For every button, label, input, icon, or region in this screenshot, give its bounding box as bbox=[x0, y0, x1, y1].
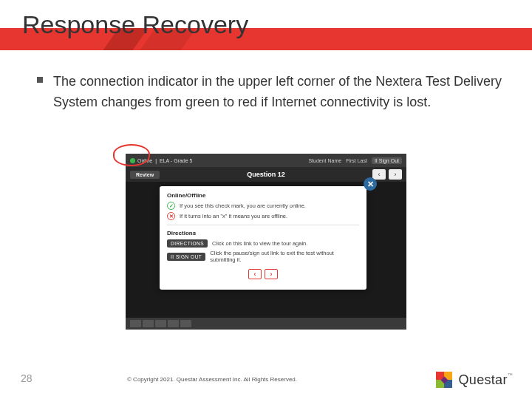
body-content: The connection indicator in the upper le… bbox=[37, 71, 502, 113]
tour-modal: Online/Offline ✓ If you see this check m… bbox=[160, 186, 366, 290]
page-number: 28 bbox=[21, 372, 33, 384]
pause-signout-button[interactable]: II SIGN OUT bbox=[167, 253, 205, 261]
sign-out-link[interactable]: II Sign Out bbox=[372, 157, 402, 164]
bullet-text: The connection indicator in the upper le… bbox=[53, 71, 502, 113]
modal-divider bbox=[167, 225, 359, 225]
modal-heading-online: Online/Offline bbox=[167, 192, 359, 199]
app-top-bar: Online | ELA - Grade 5 Student Name Firs… bbox=[126, 154, 406, 167]
student-name-label: Student Name bbox=[308, 158, 341, 163]
modal-nav: ‹ › bbox=[167, 269, 359, 279]
breadcrumb: ELA - Grade 5 bbox=[160, 158, 192, 163]
offline-desc: If it turns into an "x" it means you are… bbox=[180, 213, 287, 219]
prev-question-button[interactable]: ‹ bbox=[372, 169, 386, 180]
student-name-value: First Last bbox=[346, 158, 367, 163]
page-title: Response Recovery bbox=[22, 10, 248, 39]
next-question-button[interactable]: › bbox=[389, 169, 402, 180]
modal-next-button[interactable]: › bbox=[265, 269, 278, 279]
modal-heading-directions: Directions bbox=[167, 230, 359, 236]
separator: | bbox=[155, 158, 157, 163]
pause-desc: Click the pause/sign out link to exit th… bbox=[210, 250, 359, 263]
tool-button[interactable] bbox=[168, 320, 179, 327]
zoom-out-button[interactable] bbox=[130, 320, 141, 327]
red-circle-annotation bbox=[113, 144, 150, 166]
app-footer-toolbar bbox=[126, 318, 406, 330]
tool-button[interactable] bbox=[180, 320, 191, 327]
bullet-item: The connection indicator in the upper le… bbox=[37, 71, 502, 113]
zoom-in-button[interactable] bbox=[143, 320, 154, 327]
directions-button[interactable]: DIRECTIONS bbox=[167, 239, 208, 248]
tool-button[interactable] bbox=[155, 320, 166, 327]
embedded-screenshot: Online | ELA - Grade 5 Student Name Firs… bbox=[126, 154, 406, 330]
x-mark-icon: ✕ bbox=[167, 212, 175, 220]
directions-desc: Click on this link to view the tour agai… bbox=[212, 240, 307, 247]
copyright-text: © Copyright 2021. Questar Assessment Inc… bbox=[127, 376, 297, 383]
checkmark-icon: ✓ bbox=[167, 202, 175, 210]
logo-wordmark: Questar™ bbox=[459, 372, 513, 388]
modal-prev-button[interactable]: ‹ bbox=[248, 269, 262, 279]
questar-logo: Questar™ bbox=[434, 369, 513, 390]
online-desc: If you see this check mark, you are curr… bbox=[180, 202, 306, 209]
close-icon[interactable]: ✕ bbox=[364, 177, 377, 191]
logo-mark-icon bbox=[434, 369, 454, 390]
bullet-marker bbox=[37, 77, 43, 83]
review-tab[interactable]: Review bbox=[130, 171, 160, 179]
question-label: Question 12 bbox=[247, 171, 285, 178]
